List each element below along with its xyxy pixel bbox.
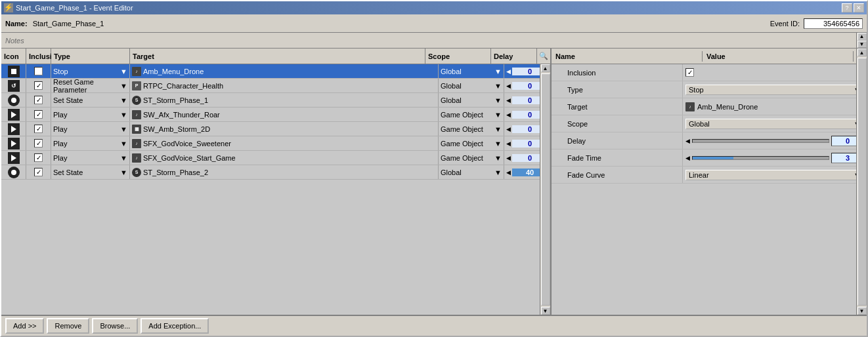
table-row[interactable]: ↺ ✓ Reset Game Parameter▼ P RTPC_Charact… bbox=[1, 79, 550, 93]
notes-label: Notes bbox=[5, 37, 24, 45]
prop-value-fade-curve[interactable]: Linear ▼ bbox=[683, 168, 867, 182]
scroll-up-arrow[interactable]: ▲ bbox=[857, 33, 867, 41]
target-sound-icon: ♪ bbox=[132, 110, 141, 119]
table-row[interactable]: ✓ Set State▼ S ST_Storm_Phase_1 Global▼ bbox=[1, 93, 550, 108]
content-area: Icon Inclusion Type Target Scope Delay 🔍… bbox=[1, 49, 867, 315]
scroll-down-arrow[interactable]: ▼ bbox=[541, 307, 550, 315]
row-inclusion[interactable]: ✓ bbox=[26, 108, 51, 121]
scroll-up-arrow[interactable]: ▲ bbox=[857, 49, 867, 56]
table-row[interactable]: ✓ Set State▼ S ST_Storm_Phase_2 Global▼ bbox=[1, 165, 550, 180]
inclusion-checkbox[interactable]: ✓ bbox=[34, 125, 43, 133]
row-type[interactable]: Set State▼ bbox=[51, 165, 130, 179]
prop-name-scope: Scope bbox=[552, 115, 683, 132]
prop-row-scope: Scope Global ▼ bbox=[552, 115, 867, 132]
scroll-down-arrow[interactable]: ▼ bbox=[857, 307, 867, 315]
row-type[interactable]: Play▼ bbox=[51, 151, 130, 165]
row-inclusion[interactable]: ✓ bbox=[26, 122, 51, 136]
inclusion-checkbox[interactable]: ✓ bbox=[34, 96, 43, 104]
fade-curve-dropdown[interactable]: Linear ▼ bbox=[685, 170, 864, 180]
table-row[interactable]: ✓ Play▼ ♪ SW_Afx_Thunder_Roar Game Objec… bbox=[1, 108, 550, 122]
inclusion-checkbox[interactable]: ✓ bbox=[34, 139, 43, 148]
help-button[interactable]: ? bbox=[842, 3, 852, 12]
fade-decrement[interactable]: ◀ bbox=[685, 155, 690, 161]
table-row[interactable]: ✓ Stop▼ ♪ Amb_Menu_Drone Global▼ ◀ bbox=[1, 64, 550, 79]
table-search-icon[interactable]: 🔍 bbox=[537, 49, 550, 64]
row-inclusion[interactable]: ✓ bbox=[26, 93, 51, 107]
row-icon bbox=[1, 136, 26, 150]
row-scope[interactable]: Global▼ bbox=[439, 64, 504, 78]
delay-slider-track[interactable] bbox=[692, 139, 829, 143]
inclusion-value-checkbox[interactable]: ✓ bbox=[685, 68, 694, 77]
row-icon bbox=[1, 108, 26, 121]
row-scope[interactable]: Game Object▼ bbox=[439, 108, 504, 121]
inclusion-checkbox[interactable]: ✓ bbox=[34, 110, 43, 119]
row-target[interactable]: ♪ Amb_Menu_Drone bbox=[130, 64, 439, 78]
th-type: Type bbox=[51, 49, 130, 64]
prop-row-inclusion: Inclusion ✓ bbox=[552, 64, 867, 81]
table-row[interactable]: ✓ Play▼ ♪ SFX_GodVoice_Sweetener Game Ob… bbox=[1, 136, 550, 151]
prop-value-inclusion[interactable]: ✓ bbox=[683, 67, 867, 78]
scope-dropdown[interactable]: Global ▼ bbox=[685, 119, 864, 129]
prop-value-target[interactable]: ♪ Amb_Menu_Drone bbox=[683, 101, 867, 113]
close-button[interactable]: ✕ bbox=[854, 3, 864, 12]
inclusion-checkbox[interactable]: ✓ bbox=[34, 168, 43, 176]
row-scope[interactable]: Game Object▼ bbox=[439, 122, 504, 136]
fade-slider-track[interactable] bbox=[692, 156, 829, 160]
row-scope[interactable]: Global▼ bbox=[439, 79, 504, 92]
prop-value-scope[interactable]: Global ▼ bbox=[683, 117, 867, 130]
add-exception-button[interactable]: Add Exception... bbox=[141, 318, 209, 334]
inclusion-checkbox[interactable]: ✓ bbox=[34, 67, 43, 75]
prop-row-fade-curve: Fade Curve Linear ▼ bbox=[552, 167, 867, 184]
prop-value-type[interactable]: Stop ▼ bbox=[683, 83, 867, 96]
play-icon bbox=[8, 123, 20, 135]
type-dropdown[interactable]: Stop ▼ bbox=[685, 85, 864, 95]
row-type[interactable]: Set State▼ bbox=[51, 93, 130, 107]
row-target[interactable]: S ST_Storm_Phase_2 bbox=[130, 165, 439, 179]
row-type[interactable]: Reset Game Parameter▼ bbox=[51, 79, 130, 92]
row-target[interactable]: S ST_Storm_Phase_1 bbox=[130, 93, 439, 107]
add-button[interactable]: Add >> bbox=[5, 318, 44, 334]
th-scope: Scope bbox=[425, 49, 491, 64]
row-inclusion[interactable]: ✓ bbox=[26, 151, 51, 165]
row-type[interactable]: Stop▼ bbox=[51, 64, 130, 78]
row-scope[interactable]: Game Object▼ bbox=[439, 151, 504, 165]
prop-value-delay: ◀ 0 bbox=[683, 134, 867, 148]
row-scope[interactable]: Game Object▼ bbox=[439, 136, 504, 150]
row-target[interactable]: ▦ SW_Amb_Storm_2D bbox=[130, 122, 439, 136]
row-scope[interactable]: Global▼ bbox=[439, 165, 504, 179]
row-inclusion[interactable]: ✓ bbox=[26, 165, 51, 179]
th-inclusion: Inclusion bbox=[26, 49, 51, 64]
row-scope[interactable]: Global▼ bbox=[439, 93, 504, 107]
scroll-up-arrow[interactable]: ▲ bbox=[541, 64, 550, 72]
target-grid-icon: ▦ bbox=[132, 125, 141, 134]
prop-row-delay: Delay ◀ 0 bbox=[552, 132, 867, 149]
th-icon: Icon bbox=[1, 49, 26, 64]
row-type[interactable]: Play▼ bbox=[51, 108, 130, 121]
row-target[interactable]: P RTPC_Character_Health bbox=[130, 79, 439, 92]
scrollbar-thumb[interactable] bbox=[541, 73, 550, 306]
scroll-down-arrow[interactable]: ▼ bbox=[857, 41, 867, 49]
remove-button[interactable]: Remove bbox=[47, 318, 89, 334]
row-inclusion[interactable]: ✓ bbox=[26, 136, 51, 150]
table-header: Icon Inclusion Type Target Scope Delay 🔍 bbox=[1, 49, 550, 64]
event-id-label: Event ID: bbox=[770, 20, 800, 28]
table-row[interactable]: ✓ Play▼ ▦ SW_Amb_Storm_2D Game Object▼ bbox=[1, 122, 550, 136]
row-type[interactable]: Play▼ bbox=[51, 122, 130, 136]
inclusion-checkbox[interactable]: ✓ bbox=[34, 81, 43, 90]
right-scrollbar-thumb[interactable] bbox=[857, 58, 867, 306]
inclusion-checkbox[interactable]: ✓ bbox=[34, 153, 43, 162]
row-inclusion[interactable]: ✓ bbox=[26, 79, 51, 92]
title-bar: ⚡ Start_Game_Phase_1 - Event Editor ? ✕ bbox=[1, 1, 867, 14]
delay-decrement[interactable]: ◀ bbox=[685, 138, 690, 144]
prop-row-fade-time: Fade Time ◀ 3 bbox=[552, 149, 867, 167]
row-inclusion[interactable]: ✓ bbox=[26, 64, 51, 78]
table-row[interactable]: ✓ Play▼ ♪ SFX_GodVoice_Start_Game Game O… bbox=[1, 151, 550, 165]
reset-icon: ↺ bbox=[8, 80, 20, 92]
name-value: Start_Game_Phase_1 bbox=[33, 20, 765, 28]
row-target[interactable]: ♪ SFX_GodVoice_Sweetener bbox=[130, 136, 439, 150]
browse-button[interactable]: Browse... bbox=[92, 318, 138, 334]
rh-value: Value bbox=[703, 51, 854, 62]
row-target[interactable]: ♪ SW_Afx_Thunder_Roar bbox=[130, 108, 439, 121]
row-type[interactable]: Play▼ bbox=[51, 136, 130, 150]
row-target[interactable]: ♪ SFX_GodVoice_Start_Game bbox=[130, 151, 439, 165]
